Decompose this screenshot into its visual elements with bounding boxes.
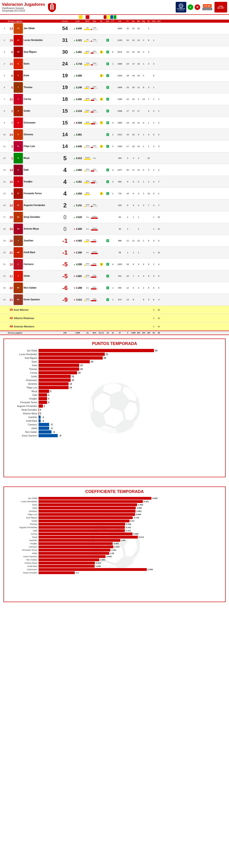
mn-cell: 93 (115, 216, 124, 218)
tc-cell: 22 (131, 51, 136, 53)
mal-bar-cell: 60% (91, 121, 98, 124)
chart-value: -9 (59, 434, 61, 437)
chart-bar-wrap (39, 356, 103, 360)
chart-label: Antonio Moya (6, 412, 39, 415)
coef-chart-value: 5.981 (138, 504, 143, 506)
puntos-chart-section: ⚽ PUNTOS TEMPORADA Jan Oblak 54 Lucas He… (0, 335, 229, 483)
tk-cell: 1 (111, 287, 115, 289)
mn-cell: 998 (115, 240, 124, 242)
totals-asl: 33 (105, 332, 111, 334)
mvp-bar-cell: 20% (84, 298, 91, 301)
player-photo: JO (14, 23, 23, 34)
sal-cell: 1 (136, 216, 141, 218)
sal-cell: 12 (136, 86, 141, 89)
coef-chart-label: Jan Oblak (6, 497, 39, 499)
special-player-info: 25 Axel Werner (8, 308, 59, 311)
player-photo: S (14, 59, 23, 69)
chart-label: Gabi (6, 394, 39, 396)
pt-cell: 18 (124, 192, 131, 195)
coef-chart-bar (39, 539, 120, 542)
player-number: 3 (8, 145, 13, 148)
sal-cell: 9 (136, 133, 141, 136)
chart-bar (39, 408, 39, 411)
chart-bar-wrap (39, 404, 43, 408)
les-cell: 2 (156, 122, 161, 124)
coef-chart-row: Juanfrán 4.96 (6, 539, 223, 542)
nc-cell: 8 (146, 39, 151, 41)
san-cell: 6 (151, 299, 156, 301)
player-number: 2 (8, 110, 13, 113)
svg-rect-3 (52, 5, 53, 10)
chart-bar (39, 397, 47, 400)
special-player-number: 25 (8, 308, 13, 311)
coef-cell: ▲ 4.533 (71, 216, 84, 218)
chart-value: 14 (70, 386, 72, 389)
chart-value: 5 (50, 390, 51, 393)
puntos-cell: 14 (59, 132, 71, 137)
coef-chart-bar (39, 523, 125, 526)
coef-cell: ▲ 4.280 (71, 263, 84, 266)
player-name: Griezmann (24, 121, 36, 124)
puntos-chart-row: Nico Gaitan -6 (6, 430, 223, 434)
puntos-cell: 2 (59, 202, 71, 208)
coef-chart-row: Gabi 5.241 (6, 529, 223, 532)
pt-cell: 1 (124, 216, 131, 218)
puntos-chart-container: ⚽ PUNTOS TEMPORADA Jan Oblak 54 Lucas He… (3, 339, 226, 477)
rank-number: 16 (1, 204, 8, 207)
puntos-cell: 0 (59, 214, 71, 220)
coef-chart-label: Giménez (6, 510, 39, 513)
mvp-bar-cell: 63% (84, 110, 91, 113)
chart-bar-wrap (39, 371, 77, 374)
player-name: Moyá (24, 157, 30, 159)
mn-cell: 1699 (115, 86, 124, 89)
rank-number: 15 (1, 192, 8, 195)
chart-bar-wrap (39, 364, 79, 367)
player-row: 8 2 G Godin 15 ▲ 5.510 63% 35% 4 (0, 105, 229, 117)
rank-cell: 24 (1, 299, 8, 301)
coef-chart-label: Nico Gaitan (6, 559, 39, 561)
sl-cell: 3 (98, 263, 105, 266)
rank-cell: 23 (1, 287, 8, 289)
player-number: 9 (8, 192, 13, 195)
sal-cell: 1 (136, 228, 141, 230)
player-row: 5 6 K Koke 19 ▲ 5.895 2 1 (0, 70, 229, 82)
pt-cell: 18 (124, 63, 131, 65)
player-info-cell: 21 KB Krédi Baré (8, 247, 59, 258)
chart-label: Vrsaljko (6, 398, 39, 400)
tc-cell: 5 (131, 192, 136, 195)
player-row: 12 1 M Moyá 5 ▲ 6.013 100% 0% (0, 152, 229, 164)
player-photo: J (14, 236, 23, 246)
puntos-chart-row: Griezmann 15 (6, 378, 223, 382)
bq-cell: 2 (141, 39, 146, 41)
pt-cell: 12 (124, 287, 131, 289)
coef-value: 2.500 (76, 228, 82, 230)
coef-chart-label: Thomas (6, 523, 39, 525)
totals-nc: 306 (146, 332, 151, 334)
coef-arrow-icon: ▲ (73, 51, 75, 54)
chart-bar-wrap (39, 427, 50, 430)
chart-label: Saul Ñiguez (6, 357, 39, 359)
chart-value: 30 (104, 357, 106, 359)
col-header-bq: BQ (141, 20, 146, 22)
puntos-value: 54 (59, 26, 71, 31)
les-cell: 4 (156, 263, 161, 266)
coef-chart-value: 4.058 (106, 555, 112, 558)
chart-label: Thomas (6, 368, 39, 370)
coef-cell: ▲ 5.981 (71, 51, 84, 54)
coef-chart-section: ⚽ COEFFICIENTE TEMPORADA Jan Oblak 6.845… (0, 483, 229, 608)
puntos-cell: 24 (59, 61, 71, 66)
mvp-bar-cell: 0% (84, 228, 91, 230)
player-photo: C (14, 94, 23, 104)
coef-cell: ▲ 5.246 (71, 86, 84, 89)
pt-cell: 24 (124, 51, 131, 53)
mn-cell: 34 (115, 228, 124, 230)
player-row: 18 33 AM Antonio Moya 0 ▼ 2.500 0% 100% (0, 223, 229, 235)
bq-cell: 3 (141, 275, 146, 277)
player-number: 13 (8, 27, 13, 30)
mn-cell: 2065 (115, 27, 124, 30)
nc-cell: 3 (146, 86, 151, 89)
chart-label: Jan Oblak (6, 349, 39, 352)
tc-cell: 22 (131, 27, 136, 30)
pt-cell: 8 (124, 181, 131, 183)
chart-label: Lucas Hernández (6, 353, 39, 355)
